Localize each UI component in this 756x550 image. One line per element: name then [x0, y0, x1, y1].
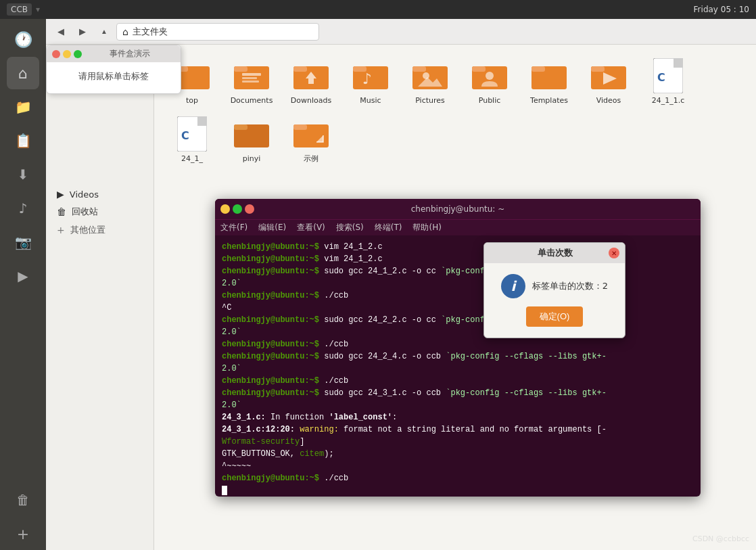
sidebar-item-music[interactable]: ♪ — [7, 192, 39, 225]
sidebar-item-files[interactable]: 📁 — [7, 91, 39, 123]
file-label: Documents — [231, 96, 273, 106]
plus-icon: + — [17, 526, 29, 543]
up-button[interactable]: ▲ — [95, 22, 114, 41]
terminal-menu-view[interactable]: 查看(V) — [297, 222, 325, 233]
svg-rect-6 — [242, 81, 259, 83]
dialog-close-btn[interactable]: ✕ — [609, 248, 619, 258]
terminal-titlebar: chenbingjy@ubuntu: ~ — [215, 199, 701, 219]
terminal-cursor-line — [222, 484, 694, 497]
file-label: pinyi — [243, 154, 261, 164]
terminal-title: chenbingjy@ubuntu: ~ — [254, 204, 661, 214]
file-item-templates[interactable]: Templates — [522, 55, 576, 108]
folder-icon: 📁 — [15, 99, 32, 115]
folder-public-icon — [472, 58, 507, 93]
dialog-titlebar: 单击次数 ✕ — [484, 243, 625, 263]
tooltip-close-btn[interactable] — [52, 50, 60, 58]
file-label: Videos — [596, 96, 621, 106]
watermark: CSDN @ccbbcc — [692, 534, 749, 543]
svg-rect-27 — [674, 58, 683, 68]
file-item-public[interactable]: Public — [463, 55, 517, 108]
tooltip-message: 请用鼠标单击标签 — [57, 70, 170, 83]
tooltip-popup: 事件盒演示 请用鼠标单击标签 — [46, 45, 181, 94]
terminal-menubar: 文件(F) 编辑(E) 查看(V) 搜索(S) 终端(T) 帮助(H) — [215, 219, 701, 235]
file-item-example[interactable]: 示例 — [284, 114, 338, 166]
file-label: 24_1_ — [181, 154, 203, 164]
dialog-info-icon: i — [501, 274, 525, 298]
sidebar-item-video[interactable]: ▶ — [7, 260, 39, 292]
terminal-line-10: chenbingjy@ubuntu:~$ sudo gcc 24_3_1.c -… — [222, 387, 694, 399]
dialog-info-row: i 标签单击的次数：2 — [501, 274, 608, 298]
nav-trash-icon: 🗑 — [57, 206, 66, 217]
breadcrumb-text: 主文件夹 — [133, 26, 168, 38]
terminal-menu-help[interactable]: 帮助(H) — [412, 222, 441, 233]
app-label[interactable]: CCB — [7, 3, 32, 16]
svg-point-19 — [486, 72, 494, 80]
sidebar-item-recent[interactable]: 🕐 — [7, 23, 39, 55]
terminal-maximize-btn[interactable] — [233, 204, 242, 214]
dialog-ok-button[interactable]: 确定(O) — [526, 306, 584, 327]
terminal-minimize-btn[interactable] — [220, 204, 230, 214]
sidebar: 🕐 ⌂ 📁 📋 ⬇ ♪ 📷 ▶ 🗑 + — [0, 19, 46, 550]
terminal-menu-edit[interactable]: 编辑(E) — [258, 222, 286, 233]
fm-toolbar: ◀ ▶ ▲ ⌂ 主文件夹 — [46, 19, 756, 45]
breadcrumb-home-icon: ⌂ — [122, 26, 128, 37]
sidebar-item-home[interactable]: ⌂ — [7, 57, 39, 89]
c-file2-icon: C — [174, 116, 210, 152]
nav-item-trash[interactable]: 🗑 回收站 — [49, 203, 151, 221]
file-item-pinyi[interactable]: pinyi — [225, 114, 279, 166]
svg-rect-8 — [293, 66, 307, 72]
tooltip-titlebar: 事件盒演示 — [47, 45, 181, 62]
svg-text:C: C — [181, 129, 189, 142]
folder-pinyi-icon — [234, 116, 269, 152]
sidebar-item-trash[interactable]: 🗑 — [7, 484, 39, 516]
folder-pictures-icon — [412, 58, 448, 93]
svg-rect-3 — [234, 66, 247, 72]
terminal-line-12: 24_3_1.c:12:20: warning: format not a st… — [222, 423, 694, 436]
file-item-videos[interactable]: Videos — [582, 55, 636, 108]
dialog-body: i 标签单击的次数：2 确定(O) — [484, 263, 625, 338]
trash-icon: 🗑 — [16, 492, 30, 508]
sidebar-item-notes[interactable]: 📋 — [7, 124, 39, 157]
file-item-24_1_[interactable]: C 24_1_ — [165, 114, 219, 166]
terminal-close-btn[interactable] — [245, 204, 254, 214]
terminal-menu-file[interactable]: 文件(F) — [220, 222, 247, 233]
file-item-documents[interactable]: Documents — [225, 55, 279, 108]
svg-text:C: C — [657, 71, 665, 84]
topbar-datetime: Friday 05 : 10 — [694, 5, 749, 14]
sidebar-item-add[interactable]: + — [7, 518, 39, 550]
music-icon: ♪ — [19, 200, 28, 216]
terminal-line-12b: Wformat-security] — [222, 436, 694, 448]
file-item-downloads[interactable]: Downloads — [284, 55, 338, 108]
file-label: top — [186, 96, 198, 106]
svg-rect-14 — [412, 66, 426, 72]
breadcrumb[interactable]: ⌂ 主文件夹 — [116, 23, 319, 41]
svg-rect-34 — [234, 124, 247, 130]
nav-other-label: 其他位置 — [70, 224, 105, 236]
tooltip-minimize-btn[interactable] — [63, 50, 71, 58]
terminal-line-11: 24_3_1.c: In function 'label_const': — [222, 411, 694, 423]
tooltip-maximize-btn[interactable] — [74, 50, 82, 58]
forward-button[interactable]: ▶ — [73, 22, 92, 41]
terminal-line-8: chenbingjy@ubuntu:~$ sudo gcc 24_2_4.c -… — [222, 350, 694, 363]
terminal-menu-terminal[interactable]: 终端(T) — [375, 222, 402, 233]
file-label: Pictures — [415, 96, 445, 106]
folder-link-icon — [293, 116, 329, 152]
file-label: 示例 — [304, 154, 318, 164]
nav-item-videos[interactable]: ▶ Videos — [49, 186, 151, 202]
download-icon: ⬇ — [18, 166, 29, 183]
sidebar-item-download[interactable]: ⬇ — [7, 158, 39, 191]
nav-item-other-locations[interactable]: + 其他位置 — [49, 221, 151, 239]
file-item-pictures[interactable]: Pictures — [403, 55, 457, 108]
file-item-24_1_1[interactable]: C 24_1_1.c — [641, 55, 695, 108]
file-item-music[interactable]: ♪ Music — [344, 55, 398, 108]
terminal-body[interactable]: chenbingjy@ubuntu:~$ vim 24_1_2.c chenbi… — [215, 235, 701, 497]
terminal-window: chenbingjy@ubuntu: ~ 文件(F) 编辑(E) 查看(V) 搜… — [215, 199, 701, 497]
back-button[interactable]: ◀ — [51, 22, 70, 41]
topbar-separator: ▾ — [36, 5, 40, 14]
terminal-line-7: chenbingjy@ubuntu:~$ ./ccb — [222, 338, 694, 350]
sidebar-item-camera[interactable]: 📷 — [7, 226, 39, 258]
svg-rect-21 — [531, 66, 545, 72]
terminal-menu-search[interactable]: 搜索(S) — [336, 222, 364, 233]
file-label: Public — [479, 96, 501, 106]
folder-documents-icon — [234, 58, 269, 93]
